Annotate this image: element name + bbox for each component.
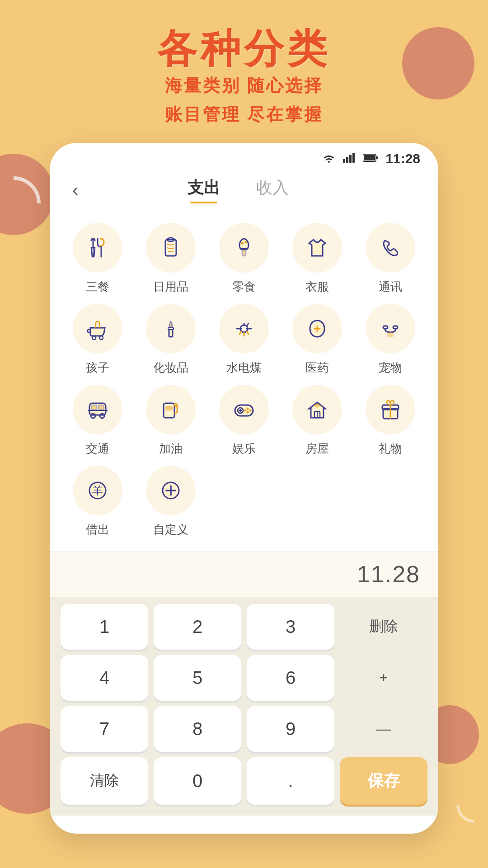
meals-icon-wrap — [73, 223, 122, 273]
num-9-button[interactable]: 9 — [247, 706, 334, 752]
category-lend[interactable]: 羊 借出 — [63, 466, 132, 538]
custom-icon-wrap — [146, 466, 196, 515]
clothes-icon-wrap — [292, 223, 342, 273]
back-button[interactable]: ‹ — [68, 175, 83, 205]
tab-group: 支出 收入 — [83, 177, 393, 203]
deco-circle-top-right — [402, 27, 474, 99]
numpad: 123删除456+789—清除0.保存 — [50, 597, 438, 816]
svg-rect-0 — [343, 159, 345, 163]
transport-label: 交通 — [86, 441, 109, 457]
svg-point-11 — [241, 242, 244, 245]
category-cosmetics[interactable]: 化妆品 — [136, 304, 205, 376]
num-6-button[interactable]: 6 — [247, 655, 334, 701]
category-entertainment[interactable]: 娱乐 — [210, 385, 278, 457]
clear-button[interactable]: 清除 — [61, 757, 148, 805]
battery-icon — [363, 151, 378, 166]
category-clothes[interactable]: 衣服 — [283, 223, 352, 295]
category-transport[interactable]: 交通 — [63, 385, 132, 457]
svg-rect-25 — [91, 405, 97, 410]
tab-expense[interactable]: 支出 — [188, 177, 220, 203]
category-child[interactable]: 孩子 — [63, 304, 132, 376]
medicine-label: 医药 — [305, 360, 329, 376]
cosmetics-icon-wrap — [146, 304, 196, 354]
amount-area: 11.28 — [50, 551, 438, 597]
wifi-icon — [322, 151, 336, 166]
delete-button[interactable]: 删除 — [340, 604, 427, 650]
svg-rect-10 — [242, 250, 246, 256]
category-custom[interactable]: 自定义 — [136, 466, 205, 538]
svg-point-12 — [245, 241, 247, 243]
svg-point-29 — [100, 414, 104, 418]
entertainment-label: 娱乐 — [232, 441, 256, 457]
cosmetics-label: 化妆品 — [153, 360, 188, 376]
tab-income[interactable]: 收入 — [256, 177, 289, 203]
num-8-button[interactable]: 8 — [154, 706, 241, 752]
utilities-icon-wrap — [219, 304, 269, 354]
num-3-button[interactable]: 3 — [247, 604, 334, 650]
snack-icon-wrap — [219, 223, 269, 273]
num-0-button[interactable]: 0 — [154, 757, 241, 805]
house-icon-wrap — [292, 385, 342, 434]
num-7-button[interactable]: 7 — [61, 706, 148, 752]
sub-title-line2: 账目管理 尽在掌握 — [0, 100, 488, 129]
daily-icon-wrap — [146, 223, 196, 273]
svg-rect-8 — [165, 240, 176, 256]
svg-rect-3 — [352, 153, 355, 163]
svg-point-13 — [92, 336, 96, 340]
svg-rect-26 — [99, 405, 104, 410]
category-telecom[interactable]: 通讯 — [356, 223, 425, 295]
svg-rect-5 — [376, 156, 378, 159]
status-time: 11:28 — [385, 151, 420, 166]
utilities-label: 水电煤 — [226, 360, 262, 376]
lend-icon-wrap: 羊 — [73, 466, 122, 515]
svg-point-45 — [316, 405, 319, 407]
pet-label: 宠物 — [379, 360, 402, 376]
save-button[interactable]: 保存 — [340, 757, 427, 805]
svg-rect-34 — [165, 406, 173, 410]
medicine-icon-wrap — [292, 304, 342, 354]
snack-label: 零食 — [232, 279, 256, 295]
svg-rect-20 — [383, 326, 388, 329]
svg-point-39 — [247, 407, 249, 410]
svg-rect-6 — [364, 155, 375, 160]
arc-deco-bottom — [456, 787, 488, 823]
gas-icon-wrap — [146, 385, 196, 434]
category-snack[interactable]: 零食 — [210, 223, 278, 295]
category-gift[interactable]: 礼物 — [356, 385, 425, 457]
nav-bar: ‹ 支出 收入 — [50, 171, 438, 214]
entertainment-icon-wrap — [219, 385, 269, 434]
child-label: 孩子 — [86, 360, 109, 376]
clothes-label: 衣服 — [305, 279, 329, 295]
amount-display: 11.28 — [68, 561, 420, 588]
gift-label: 礼物 — [379, 441, 402, 457]
num-4-button[interactable]: 4 — [61, 655, 148, 701]
num-2-button[interactable]: 2 — [154, 604, 241, 650]
svg-point-14 — [99, 336, 103, 340]
status-bar: 11:28 — [50, 143, 438, 171]
num-1-button[interactable]: 1 — [61, 604, 148, 650]
category-house[interactable]: 房屋 — [283, 385, 352, 457]
lend-label: 借出 — [86, 522, 109, 538]
category-pet[interactable]: 宠物 — [356, 304, 425, 376]
category-daily[interactable]: 日用品 — [136, 223, 205, 295]
num-.-button[interactable]: . — [247, 757, 334, 805]
svg-text:羊: 羊 — [92, 485, 103, 496]
category-utilities[interactable]: 水电煤 — [210, 304, 278, 376]
num-5-button[interactable]: 5 — [154, 655, 241, 701]
svg-rect-23 — [390, 332, 393, 337]
minus-button[interactable]: — — [340, 706, 427, 752]
phone-mockup: 11:28 ‹ 支出 收入 三餐 — [50, 143, 438, 834]
meals-label: 三餐 — [86, 279, 109, 295]
category-medicine[interactable]: 医药 — [283, 304, 352, 376]
category-grid: 三餐 日用品 — [50, 214, 438, 551]
svg-rect-2 — [349, 155, 352, 163]
category-gas[interactable]: 加油 — [136, 385, 205, 457]
svg-point-28 — [91, 414, 95, 418]
category-meals[interactable]: 三餐 — [63, 223, 132, 295]
signal-icon — [343, 151, 356, 166]
gift-icon-wrap — [366, 385, 415, 434]
svg-point-40 — [249, 409, 252, 411]
plus-button[interactable]: + — [340, 655, 427, 701]
svg-point-41 — [247, 411, 249, 413]
daily-label: 日用品 — [153, 279, 188, 295]
